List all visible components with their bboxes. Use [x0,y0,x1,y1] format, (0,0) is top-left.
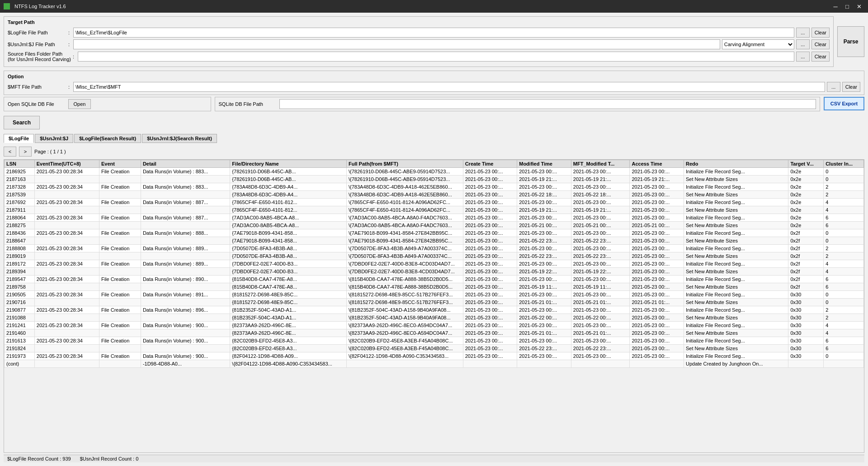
usnjrnl-browse-button[interactable]: ... [796,39,810,49]
table-cell: -1D98-4D88-A0... [141,360,230,368]
mft-browse-button[interactable]: ... [827,82,840,92]
table-row[interactable]: 21916132021-05-23 00:28:34File CreationD… [5,337,864,345]
usnjrnl-clear-button[interactable]: Clear [811,39,830,49]
table-row[interactable]: 2189394{7DBD0FE2-02E7-40D0-B3...\{7DBD0F… [5,268,864,276]
pagination-row: < > Page : ( 1 / 1 ) [4,147,864,157]
table-cell: \{81B2352F-504C-43AD-A158-9B40A9FA08... [347,306,463,314]
table-cell: \{7AE79018-B099-4341-8584-27E842BB95C... [347,237,463,245]
tab-usnjrnl[interactable]: $UsnJrnl:$J [35,134,73,143]
table-cell: Data Runs(in Volume) : 900... [141,352,230,360]
search-button[interactable]: Search [4,116,40,129]
logfile-browse-button[interactable]: ... [796,28,810,38]
table-row[interactable]: 2187911{7865CF4F-E650-4101-812...\{7865C… [5,206,864,214]
table-row[interactable]: 21888082021-05-23 00:28:34File CreationD… [5,245,864,252]
table-cell: \{7DBD0FE2-02E7-40D0-B3E8-4CD03D4AD7... [347,268,463,276]
table-cell: File Creation [99,199,141,206]
table-cell: 2021-05-23 00:... [463,168,517,176]
table-cell: 2021-05-22 00:... [571,314,630,322]
table-row[interactable]: 2190716{81815272-D698-48E9-85C...\{81815… [5,299,864,306]
table-row[interactable]: 2187163{78261910-D06B-445C-AB...\{782619… [5,176,864,183]
table-row[interactable]: 21895472021-05-23 00:28:34File CreationD… [5,276,864,283]
table-cell: File Creation [99,183,141,191]
table-cell [99,360,141,368]
table-row[interactable]: 21891722021-05-23 00:28:34File CreationD… [5,260,864,268]
mft-path-label: $MFT File Path [8,84,66,90]
table-row[interactable]: 2191460{82373AA9-262D-496C-8E...\{82373A… [5,329,864,337]
table-cell: 0 [824,299,864,306]
table-row[interactable]: 21869252021-05-23 00:28:34File CreationD… [5,168,864,176]
table-row[interactable]: 2189758{815B40D8-CAA7-478E-A8...\{815B40… [5,283,864,291]
table-row[interactable]: 2187539{783A48D8-6D3C-4DB9-A4...\{783A48… [5,191,864,199]
usnjrnl-path-input[interactable] [73,39,720,49]
source-files-colon: : [73,54,74,59]
table-cell [34,237,99,245]
table-row[interactable]: 21880642021-05-23 00:28:34File CreationD… [5,214,864,222]
table-cell [99,314,141,322]
next-page-button[interactable]: > [19,147,32,157]
table-row[interactable]: 21905052021-05-23 00:28:34File CreationD… [5,291,864,299]
csv-export-button[interactable]: CSV Export [824,97,864,110]
table-cell: Update Created by Junghoon On... [684,360,788,368]
sqlite-db-path-input[interactable] [279,99,816,109]
table-row[interactable]: 2188275{7AD3AC00-8AB5-4BCA-A8...\{7AD3AC… [5,222,864,229]
table-cell: 2021-05-19 21:... [630,176,684,183]
table-cell: Data Runs(in Volume) : 900... [141,337,230,345]
open-sqlite-button[interactable]: Open [68,99,91,109]
table-cell: 2021-05-23 00:... [571,352,630,360]
table-cell: 0x2e [788,191,824,199]
table-cell: 2021-05-22 18:... [571,191,630,199]
table-row[interactable]: 21884362021-05-23 00:28:34File CreationD… [5,229,864,237]
table-row[interactable]: 21919732021-05-23 00:28:34File CreationD… [5,352,864,360]
table-cell [99,222,141,229]
parse-button[interactable]: Parse [837,26,864,57]
table-row[interactable]: 2188647{7AE79018-B099-4341-858...\{7AE79… [5,237,864,245]
column-header: File/Directory Name [230,160,347,168]
table-row[interactable]: 2191088{81B2352F-504C-43AD-A1...\{81B235… [5,314,864,322]
tab-logfile-search-result[interactable]: $LogFile(Search Result) [74,134,141,143]
table-cell: 2188275 [5,222,35,229]
table-cell: 2187163 [5,176,35,183]
open-sqlite-label: Open SQLite DB File [8,101,66,107]
tab-logfile[interactable]: $LogFile [4,134,34,143]
table-cell: 2021-05-22 18:... [517,191,571,199]
mft-path-input[interactable] [73,82,825,92]
table-row[interactable]: (cont)-1D98-4D88-A0...\{82F04122-1D98-4D… [5,360,864,368]
mft-clear-button[interactable]: Clear [842,82,860,92]
table-cell: 2021-05-23 00:... [630,252,684,260]
source-files-browse-button[interactable]: ... [796,52,810,62]
minimize-button[interactable]: ─ [830,1,841,12]
table-row[interactable]: 21912412021-05-23 00:28:34File CreationD… [5,322,864,329]
table-cell [463,360,517,368]
table-cell [141,206,230,214]
data-table-container[interactable]: LSNEventTime(UTC+8)EventDetailFile/Direc… [4,159,864,453]
table-row[interactable]: 2189019{7D0507DE-8FA3-4B3B-A8...\{7D0507… [5,252,864,260]
table-cell: 0x30 [788,337,824,345]
table-row[interactable]: 21908772021-05-23 00:28:34File CreationD… [5,306,864,314]
table-cell: Initialize File Record Seg... [684,352,788,360]
maximize-button[interactable]: □ [842,1,853,12]
carving-alignment-select[interactable]: Carving Alignment [722,39,794,49]
table-cell: \{81815272-D698-48E9-85CC-517B276FEF3... [347,291,463,299]
table-row[interactable]: 21873282021-05-23 00:28:34File CreationD… [5,183,864,191]
table-cell: 0x30 [788,345,824,352]
table-cell: 2021-05-23 00:... [571,322,630,329]
logfile-path-input[interactable] [73,28,794,38]
tab-usnjrnl-search-result[interactable]: $UsnJrnl:$J(Search Result) [142,134,217,143]
table-cell: 0 [824,291,864,299]
prev-page-button[interactable]: < [4,147,16,157]
table-row[interactable]: 21876922021-05-23 00:28:34File CreationD… [5,199,864,206]
table-cell: {82F04122-1D98-4D88-A09... [230,352,347,360]
table-cell: 0x2e [788,206,824,214]
logfile-clear-button[interactable]: Clear [811,28,830,38]
table-cell: 0x2f [788,252,824,260]
table-cell: 0x30 [788,291,824,299]
table-cell: 4 [824,268,864,276]
table-cell: 2188064 [5,214,35,222]
table-cell: Set New Attribute Sizes [684,252,788,260]
source-files-path-input[interactable] [78,52,794,62]
table-cell: 2021-05-23 00:... [571,260,630,268]
source-files-clear-button[interactable]: Clear [811,52,830,62]
table-row[interactable]: 2191824{82C020B9-EFD2-45E8-A3...\{82C020… [5,345,864,352]
table-cell: {815B40D8-CAA7-478E-A8... [230,283,347,291]
close-button[interactable]: ✕ [854,1,864,12]
